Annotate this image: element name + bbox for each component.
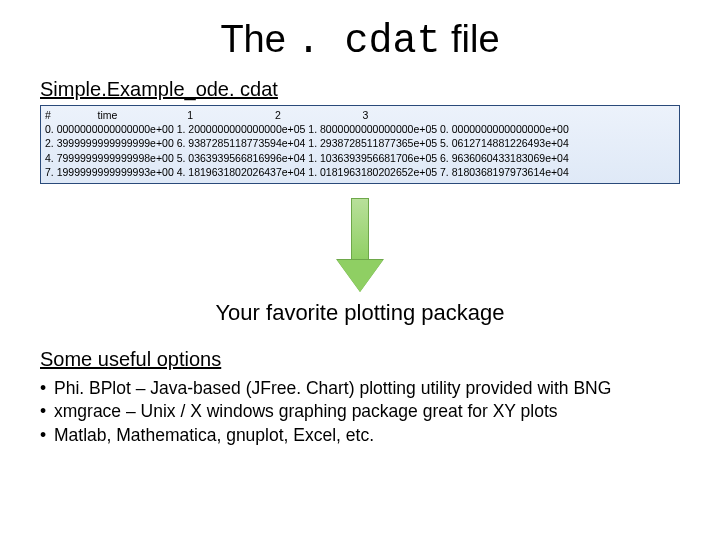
title-suffix: file: [440, 18, 499, 60]
file-row: 4. 7999999999999998e+00 5. 0363939566816…: [45, 152, 569, 164]
file-row: 2. 3999999999999999e+00 6. 9387285118773…: [45, 137, 569, 149]
slide: The . cdat file Simple.Example_ode. cdat…: [0, 0, 720, 540]
file-row: 7. 1999999999999993e+00 4. 1819631802026…: [45, 166, 569, 178]
bullet-text: xmgrace – Unix / X windows graphing pack…: [54, 400, 558, 424]
file-label: Simple.Example_ode. cdat: [40, 78, 680, 101]
file-header-row: # time 1 2 3: [45, 109, 368, 121]
file-content-box: # time 1 2 3 0. 0000000000000000e+00 1. …: [40, 105, 680, 184]
center-caption: Your favorite plotting package: [40, 300, 680, 326]
bullet-dot-icon: •: [40, 424, 54, 448]
bullet-dot-icon: •: [40, 400, 54, 424]
options-heading: Some useful options: [40, 348, 680, 371]
down-arrow-icon: [337, 198, 383, 294]
list-item: • xmgrace – Unix / X windows graphing pa…: [40, 400, 680, 424]
bullet-dot-icon: •: [40, 377, 54, 401]
arrow-container: [40, 198, 680, 294]
bullet-text: Matlab, Mathematica, gnuplot, Excel, etc…: [54, 424, 374, 448]
bullet-list: • Phi. BPlot – Java-based (JFree. Chart)…: [40, 377, 680, 448]
list-item: • Phi. BPlot – Java-based (JFree. Chart)…: [40, 377, 680, 401]
file-row: 0. 0000000000000000e+00 1. 2000000000000…: [45, 123, 569, 135]
bullet-text: Phi. BPlot – Java-based (JFree. Chart) p…: [54, 377, 611, 401]
title-mono: . cdat: [296, 19, 440, 64]
list-item: • Matlab, Mathematica, gnuplot, Excel, e…: [40, 424, 680, 448]
page-title: The . cdat file: [40, 18, 680, 64]
title-prefix: The: [220, 18, 296, 60]
